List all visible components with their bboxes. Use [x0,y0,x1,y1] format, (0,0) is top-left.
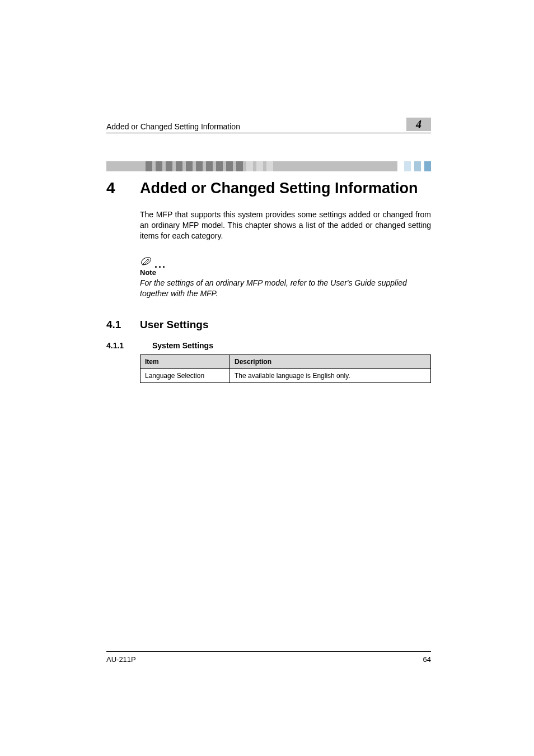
table-cell-item: Language Selection [140,369,230,383]
note-icon-row: ... [140,255,431,267]
subsection-title: System Settings [140,341,213,350]
header-rule [106,133,431,133]
note-dots-icon: ... [154,262,166,267]
footer-page-number: 64 [423,655,431,664]
chapter-number: 4 [106,179,140,197]
subsection-heading: 4.1.1 System Settings [106,341,431,350]
chapter-heading: 4 Added or Changed Setting Information [106,179,431,197]
section-title: User Settings [140,319,208,331]
content-area: Added or Changed Setting Information 4 4… [106,118,431,383]
page: Added or Changed Setting Information 4 4… [0,0,534,756]
table-cell-description: The available language is English only. [230,369,431,383]
chapter-number-badge: 4 [406,118,431,131]
section-heading: 4.1 User Settings [106,319,431,331]
running-title: Added or Changed Setting Information [106,122,240,131]
footer-row: AU-211P 64 [106,655,431,664]
footer-rule [106,651,431,652]
footer: AU-211P 64 [106,651,431,664]
running-header: Added or Changed Setting Information 4 [106,118,431,131]
footer-model: AU-211P [106,655,136,664]
subsection-number: 4.1.1 [106,341,140,350]
intro-paragraph: The MFP that supports this system provid… [140,209,431,241]
settings-table: Item Description Language Selection The … [140,354,431,383]
stripe-background [106,161,397,171]
chapter-title: Added or Changed Setting Information [140,180,418,197]
table-header-item: Item [140,355,230,369]
stripe-dark-boxes [146,161,273,171]
table-header-row: Item Description [140,355,431,369]
note-heading: Note [140,268,431,277]
table-row: Language Selection The available languag… [140,369,431,383]
decorative-stripe [106,161,431,171]
table-header-description: Description [230,355,431,369]
stripe-accent-boxes [401,161,431,171]
pencil-icon [140,255,152,267]
note-body: For the settings of an ordinary MFP mode… [140,278,431,299]
section-number: 4.1 [106,319,140,331]
